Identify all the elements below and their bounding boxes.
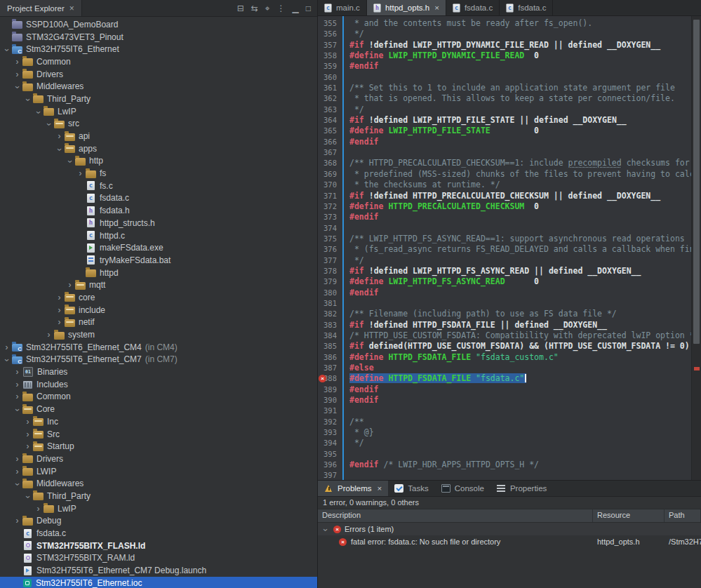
tree-item[interactable]: ›Debug bbox=[0, 515, 317, 528]
code-line[interactable]: 390#endif bbox=[318, 395, 691, 406]
column-header-path[interactable]: Path bbox=[665, 509, 701, 522]
code-line[interactable]: 378#if !defined LWIP_HTTPD_FS_ASYNC_READ… bbox=[318, 266, 691, 276]
code-line[interactable]: 365#define LWIP_HTTPD_FILE_STATE 0 bbox=[318, 126, 691, 136]
tree-item[interactable]: ›src bbox=[0, 118, 317, 131]
code-line[interactable]: 356 */ bbox=[318, 29, 691, 39]
editor-tab-httpd_opts.h[interactable]: hhttpd_opts.h× bbox=[367, 0, 446, 15]
tab-problems[interactable]: Problems× bbox=[318, 481, 388, 496]
focus-icon[interactable]: ⌖ bbox=[265, 4, 270, 13]
tree-item[interactable]: cfsdata.c bbox=[0, 192, 317, 205]
code-line[interactable]: 386#define HTTPD_FSDATA_FILE "fsdata_cus… bbox=[318, 352, 691, 363]
tree-item[interactable]: ›LwIP bbox=[0, 502, 317, 515]
tree-item[interactable]: ›Startup bbox=[0, 440, 317, 453]
code-line[interactable]: 367 bbox=[318, 147, 691, 158]
code-line[interactable]: ×388#define HTTPD_FSDATA_FILE "fsdata.c" bbox=[318, 373, 691, 384]
code-line[interactable]: 359#endif bbox=[318, 61, 691, 72]
tree-item[interactable]: STM32G473VET3_Pinout bbox=[0, 31, 317, 44]
code-line[interactable]: 396#endif /* LWIP_HDR_APPS_HTTPD_OPTS_H … bbox=[318, 460, 691, 470]
expand-arrow-icon[interactable]: › bbox=[13, 467, 22, 476]
problem-row[interactable]: ×fatal error: fsdata.c: No such file or … bbox=[318, 535, 701, 548]
tree-item[interactable]: ›apps bbox=[0, 142, 317, 155]
collapse-arrow-icon[interactable]: › bbox=[44, 120, 54, 129]
collapse-arrow-icon[interactable]: › bbox=[23, 95, 33, 105]
view-menu-icon[interactable]: ⋮ bbox=[277, 4, 286, 13]
expand-arrow-icon[interactable]: › bbox=[13, 367, 22, 377]
code-line[interactable]: 375/** LWIP_HTTPD_FS_ASYNC_READ==1: supp… bbox=[318, 234, 691, 244]
code-line[interactable]: 381 bbox=[318, 298, 691, 309]
collapse-arrow-icon[interactable]: › bbox=[55, 145, 65, 154]
code-line[interactable]: 372#define HTTPD_PRECALCULATED_CHECKSUM … bbox=[318, 201, 691, 212]
tree-item[interactable]: ›Inc bbox=[0, 415, 317, 428]
tree-item[interactable]: ›Middlewares bbox=[0, 477, 317, 490]
tree-item[interactable]: ›mqtt bbox=[0, 279, 317, 291]
scrollbar-thumb[interactable] bbox=[693, 20, 700, 344]
expand-arrow-icon[interactable]: › bbox=[13, 380, 22, 389]
code-line[interactable]: 382/** Filename (including path) to use … bbox=[318, 309, 691, 319]
code-line[interactable]: 361/** Set this to 1 to include an appli… bbox=[318, 83, 691, 93]
tree-item[interactable]: Stm32H755IT6_Ethernet_CM7 Debug.launch bbox=[0, 564, 317, 577]
code-line[interactable]: 373#endif bbox=[318, 212, 691, 222]
editor-tab-fsdata.c[interactable]: cfsdata.c bbox=[446, 0, 500, 15]
code-line[interactable]: 366#endif bbox=[318, 137, 691, 147]
code-line[interactable]: 379#define LWIP_HTTPD_FS_ASYNC_READ 0 bbox=[318, 276, 691, 287]
code-line[interactable]: 355 * and the contents must be ready aft… bbox=[318, 18, 691, 29]
tree-item[interactable]: chttpd.c bbox=[0, 229, 317, 242]
tree-item[interactable]: ›include bbox=[0, 304, 317, 316]
code-line[interactable]: 393 * @} bbox=[318, 427, 691, 438]
tree-item[interactable]: STM32H755BITX_FLASH.ld bbox=[0, 540, 317, 552]
expand-arrow-icon[interactable]: › bbox=[23, 417, 32, 427]
expand-arrow-icon[interactable]: › bbox=[13, 57, 22, 67]
tab-properties[interactable]: Properties bbox=[490, 481, 553, 496]
editor-scrollbar[interactable] bbox=[691, 16, 701, 480]
code-line[interactable]: 362 * that is opened. This allows to kee… bbox=[318, 93, 691, 104]
expand-arrow-icon[interactable]: › bbox=[44, 330, 53, 340]
tree-item[interactable]: SSPD100A_DemoBoard bbox=[0, 18, 317, 31]
column-header-description[interactable]: Description bbox=[318, 509, 593, 522]
tree-item[interactable]: ›Third_Party bbox=[0, 490, 317, 502]
tree-item[interactable]: ›Drivers bbox=[0, 68, 317, 81]
code-line[interactable]: 364#if !defined LWIP_HTTPD_FILE_STATE ||… bbox=[318, 115, 691, 126]
tree-item[interactable]: httpd bbox=[0, 267, 317, 279]
code-editor[interactable]: 355 * and the contents must be ready aft… bbox=[318, 16, 701, 480]
expand-arrow-icon[interactable]: › bbox=[55, 293, 64, 302]
problems-group-row[interactable]: ›×Errors (1 item) bbox=[318, 523, 701, 535]
expand-arrow-icon[interactable]: › bbox=[55, 305, 64, 315]
link-editor-icon[interactable]: ⇆ bbox=[251, 4, 258, 13]
collapse-arrow-icon[interactable]: › bbox=[13, 406, 22, 415]
tree-item[interactable]: ›Common bbox=[0, 391, 317, 403]
tree-item[interactable]: ›Src bbox=[0, 428, 317, 441]
expand-arrow-icon[interactable]: › bbox=[65, 280, 74, 290]
tree-item[interactable]: tryMakeFSdata.bat bbox=[0, 254, 317, 267]
tree-item[interactable]: hfsdata.h bbox=[0, 204, 317, 217]
tree-item[interactable]: cfsdata.c bbox=[0, 527, 317, 540]
expand-arrow-icon[interactable]: › bbox=[13, 454, 22, 464]
expand-arrow-icon[interactable]: › bbox=[13, 516, 22, 526]
collapse-arrow-icon[interactable]: › bbox=[13, 480, 22, 489]
tab-project-explorer[interactable]: Project Explorer × bbox=[0, 0, 82, 16]
close-icon[interactable]: × bbox=[434, 4, 439, 12]
tree-item[interactable]: ›01Binaries bbox=[0, 366, 317, 378]
tree-item[interactable]: ›fs bbox=[0, 167, 317, 180]
code-line[interactable]: 394 */ bbox=[318, 438, 691, 448]
code-line[interactable]: 368/** HTTPD_PRECALCULATED_CHECKSUM==1: … bbox=[318, 158, 691, 168]
tree-item[interactable]: ›Stm32H755IT6_Ethernet_CM7(in CM7) bbox=[0, 354, 317, 366]
tree-item[interactable]: ›Includes bbox=[0, 378, 317, 391]
tree-item[interactable]: ›Middlewares bbox=[0, 80, 317, 93]
expand-arrow-icon[interactable]: › bbox=[34, 504, 43, 514]
collapse-arrow-icon[interactable]: › bbox=[23, 493, 33, 502]
editor-tab-fsdata.c[interactable]: cfsdata.c bbox=[500, 0, 553, 15]
column-header-resource[interactable]: Resource bbox=[593, 509, 665, 522]
code-line[interactable]: 380#endif bbox=[318, 288, 691, 298]
tab-console[interactable]: Console bbox=[435, 481, 490, 496]
collapse-arrow-icon[interactable]: › bbox=[321, 526, 331, 535]
collapse-arrow-icon[interactable]: › bbox=[13, 83, 22, 92]
tree-item[interactable]: ›LwIP bbox=[0, 105, 317, 118]
tree-item[interactable]: STM32H755BITX_RAM.ld bbox=[0, 552, 317, 565]
code-line[interactable]: 374 bbox=[318, 223, 691, 234]
close-icon[interactable]: × bbox=[378, 484, 382, 493]
expand-arrow-icon[interactable]: › bbox=[55, 317, 64, 327]
code-line[interactable]: 376 * (fs_read_async returns FS_READ_DEL… bbox=[318, 244, 691, 255]
tree-item[interactable]: Stm32H755IT6_Ethernet.ioc bbox=[0, 577, 317, 588]
tree-item[interactable]: ›Stm32H755IT6_Ethernet bbox=[0, 43, 317, 55]
expand-arrow-icon[interactable]: › bbox=[23, 429, 32, 439]
